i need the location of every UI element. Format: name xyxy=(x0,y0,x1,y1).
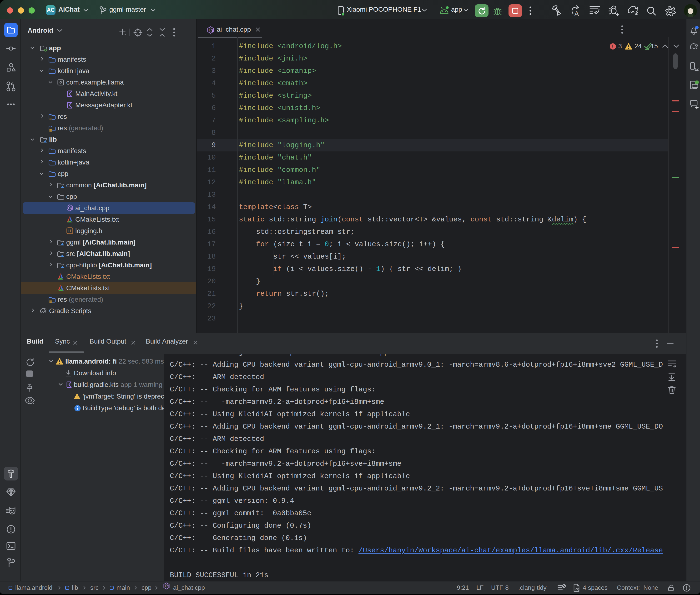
svg-text:C: C xyxy=(165,584,167,588)
svg-text:H: H xyxy=(68,229,71,233)
svg-text:A: A xyxy=(575,10,579,17)
svg-text:C: C xyxy=(208,28,212,32)
svg-text:C: C xyxy=(68,206,71,210)
